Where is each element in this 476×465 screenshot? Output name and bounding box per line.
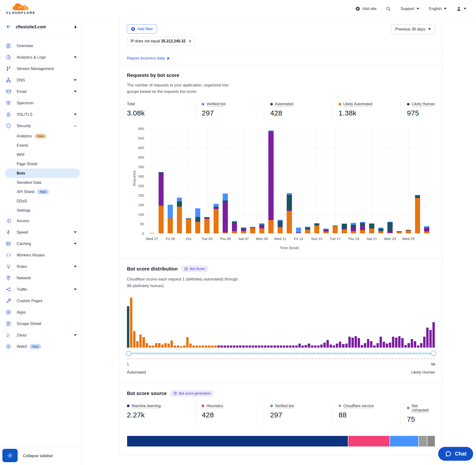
- histogram-bar: [217, 346, 220, 347]
- sidebar-item-overview[interactable]: Overview: [0, 40, 81, 52]
- sidebar-item-dns[interactable]: DNS: [0, 74, 81, 86]
- chat-button[interactable]: Chat: [438, 447, 473, 461]
- support-menu[interactable]: Support: [401, 6, 419, 11]
- bar-segment: [195, 217, 201, 221]
- stat-likely-automated: Likely Automated 1.38k: [332, 101, 401, 120]
- requests-stats-row: Total 3.08k Verified bot 297 Automated 4…: [127, 101, 435, 120]
- bar-cell: [230, 128, 239, 233]
- chevron-right-icon[interactable]: [75, 25, 77, 29]
- site-switcher[interactable]: cftestsite3.com: [0, 18, 81, 37]
- sidebar-item-version-management[interactable]: Version Management: [0, 63, 81, 74]
- close-icon[interactable]: ✕: [188, 39, 192, 43]
- sidebar-item-access[interactable]: Access: [0, 215, 81, 226]
- histogram-bar: [170, 340, 173, 347]
- sidebar-subitem-analytics[interactable]: Analytics Beta: [0, 131, 81, 141]
- histogram-bar: [327, 340, 329, 348]
- preferences-button[interactable]: [2, 449, 18, 462]
- bar-segment: [168, 205, 173, 218]
- add-site-button[interactable]: Add site: [356, 6, 376, 11]
- chevron-down-icon[interactable]: [74, 232, 77, 233]
- bot-score-badge[interactable]: Bot Score: [181, 265, 208, 272]
- filter-chip[interactable]: IP does not equal 35.212.240.32 ✕: [127, 37, 195, 46]
- histogram-bar: [258, 346, 260, 347]
- date-range-dropdown[interactable]: Previous 30 days: [391, 24, 435, 34]
- sidebar-item-email[interactable]: Email: [0, 86, 81, 97]
- requests-bar-chart: Requests 0501001502002503003504004505005…: [127, 128, 435, 250]
- gridline: [335, 128, 335, 233]
- back-arrow-icon[interactable]: [6, 24, 11, 31]
- stacked-bar: [351, 223, 356, 233]
- cloudflare-logo[interactable]: CLOUDFLARE: [6, 3, 35, 14]
- sidebar-item-zaraz[interactable]: Zaraz: [0, 329, 81, 341]
- histogram-bar: [386, 344, 388, 348]
- book-icon: [173, 391, 177, 395]
- gear-icon: [7, 452, 13, 459]
- histogram-bar: [336, 344, 338, 348]
- histogram-bar: [414, 341, 416, 348]
- x-tick-label: Mon 23: [384, 237, 396, 241]
- cloudflare-cloud-icon: [12, 3, 30, 11]
- chevron-down-icon[interactable]: [74, 289, 77, 290]
- slider-handle-max[interactable]: [431, 351, 436, 356]
- filter-bar: Add filter IP does not equal 35.212.240.…: [120, 18, 442, 52]
- chevron-up-icon[interactable]: [74, 125, 77, 127]
- sidebar-item-caching[interactable]: Caching: [0, 238, 81, 249]
- bar-segment: [351, 228, 356, 231]
- chevron-down-icon[interactable]: [74, 79, 77, 81]
- card-description: The number of requests to your applicati…: [127, 82, 239, 95]
- bar-segment: [177, 201, 182, 207]
- stacked-bar: [287, 193, 292, 233]
- bot-score-generation-badge[interactable]: Bot score generation: [170, 390, 214, 397]
- sidebar-nav: Overview Analytics & Logs Version Manage…: [0, 37, 81, 352]
- y-tick-label: 350: [134, 165, 144, 169]
- sidebar-subitem-sensitive-data[interactable]: Sensitive Data: [0, 178, 81, 187]
- map-pin-icon: [6, 275, 11, 281]
- sidebar-item-analytics-logs[interactable]: Analytics & Logs: [0, 52, 81, 63]
- add-filter-button[interactable]: Add filter: [127, 24, 157, 33]
- sidebar-item-security[interactable]: Security: [0, 120, 81, 131]
- sidebar-subitem-settings[interactable]: Settings: [0, 206, 81, 215]
- sidebar-item-ssl-tls[interactable]: SSL/TLS: [0, 109, 81, 120]
- source-stats-row: Machine learning 2.27k Heuristics 428 Ve…: [127, 403, 435, 427]
- slider-handle-min[interactable]: [126, 351, 131, 356]
- histogram-bar: [242, 346, 244, 347]
- stat-machine-learning: Machine learning 2.27k: [127, 403, 195, 427]
- sidebar-subitem-ddos[interactable]: DDoS: [0, 196, 81, 206]
- sidebar-item-spectrum[interactable]: Spectrum: [0, 97, 81, 109]
- sidebar-subitem-api-shield[interactable]: API Shield New: [0, 187, 81, 196]
- sidebar-item-rules[interactable]: Rules: [0, 261, 81, 272]
- stacked-bar: [323, 229, 328, 233]
- chevron-down-icon[interactable]: [74, 243, 77, 244]
- sidebar-subitem-waf[interactable]: WAF: [0, 150, 81, 159]
- sidebar-item-traffic[interactable]: Traffic: [0, 284, 81, 295]
- sidebar-item-apps[interactable]: Apps: [0, 306, 81, 318]
- sidebar-item-web3[interactable]: Web3 New: [0, 341, 81, 352]
- sidebar-item-workers-routes[interactable]: Workers Routes: [0, 249, 81, 261]
- sidebar-subitem-events[interactable]: Events: [0, 141, 81, 150]
- sidebar-subitem-bots[interactable]: Bots: [5, 169, 80, 178]
- document-icon: [6, 321, 11, 327]
- sidebar-subitem-page-shield[interactable]: Page Shield: [0, 159, 81, 169]
- stat-verified-bot: Verified bot 297: [195, 101, 264, 120]
- chevron-down-icon[interactable]: [74, 114, 77, 115]
- sidebar-item-custom-pages[interactable]: Custom Pages: [0, 295, 81, 306]
- chevron-down-icon[interactable]: [74, 334, 77, 336]
- report-incorrect-data-link[interactable]: Report incorrect data: [120, 52, 442, 65]
- histogram-bar: [273, 346, 276, 347]
- language-menu[interactable]: English: [429, 6, 447, 11]
- chevron-down-icon[interactable]: [74, 56, 77, 58]
- histogram-bar: [280, 346, 282, 347]
- bar-segment: [387, 222, 393, 231]
- sidebar-item-network[interactable]: Network: [0, 272, 81, 284]
- search-button[interactable]: [386, 6, 391, 11]
- bar-segment: [342, 229, 347, 233]
- stacked-bar: [342, 223, 347, 233]
- sidebar-item-speed[interactable]: Speed: [0, 226, 81, 238]
- chevron-down-icon[interactable]: [74, 266, 77, 267]
- account-menu[interactable]: [456, 6, 466, 11]
- bar-segment: [342, 224, 347, 229]
- gridline: [427, 128, 427, 233]
- sidebar-item-scrape-shield[interactable]: Scrape Shield: [0, 318, 81, 329]
- histogram-bar: [155, 343, 157, 348]
- chevron-down-icon[interactable]: [74, 91, 77, 92]
